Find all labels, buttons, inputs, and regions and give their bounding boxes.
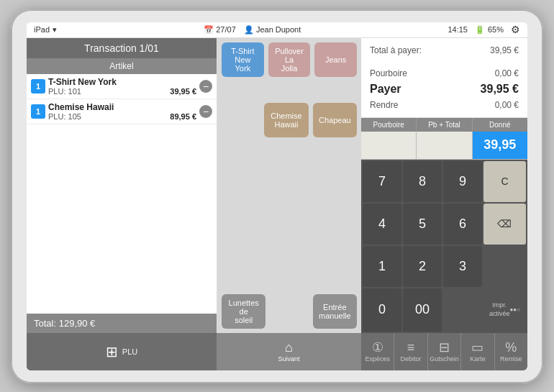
calendar-icon: 📅 (204, 25, 214, 34)
status-bar: iPad ▾ 📅 27/07 👤 Jean Dupont 14:15 🔋 65%… (27, 22, 527, 38)
total-label: Total: (34, 318, 56, 329)
remise-label: Remise (500, 355, 522, 363)
payer-row: Payer 39,95 € (370, 80, 519, 99)
num-7[interactable]: 7 (363, 161, 401, 202)
item-name-2: Chemise Hawaii (48, 102, 196, 112)
display-donne[interactable]: 39,95 (473, 132, 527, 159)
especes-icon: ① (372, 341, 383, 354)
num-print[interactable]: Impr.activée●●○ (483, 288, 526, 332)
plu-jeans[interactable]: Jeans (314, 42, 357, 77)
num-backspace[interactable]: ⌫ (483, 204, 526, 245)
num-2[interactable]: 2 (403, 246, 442, 287)
item-list: 1 T-Shirt New York PLU: 101 39,95 € − 1 (27, 74, 217, 314)
ipad-screen: iPad ▾ 📅 27/07 👤 Jean Dupont 14:15 🔋 65%… (27, 22, 527, 370)
battery-icon: 🔋 (475, 25, 485, 35)
time-display: 14:15 (448, 25, 468, 34)
num-3[interactable]: 3 (443, 246, 482, 287)
nav-suivant[interactable]: ⌂ Suivant (217, 333, 360, 370)
left-footer: Total: 129,90 € (27, 314, 217, 333)
plu-label: PLU (122, 347, 137, 356)
total-value: 129,90 € (59, 318, 96, 329)
num-empty-r4 (443, 288, 482, 332)
item-qty-2: 1 (31, 104, 45, 119)
nav-especes[interactable]: ① Espèces (361, 333, 394, 370)
middle-panel: T-Shirt NewYork Pullover LaJolla Jeans C… (217, 38, 361, 333)
item-remove-2[interactable]: − (199, 105, 212, 118)
nav-remise[interactable]: % Remise (495, 333, 527, 370)
plu-lunettes[interactable]: Lunettes desoleil (222, 294, 265, 329)
plu-chapeau[interactable]: Chapeau (313, 103, 357, 137)
plu-row-1: T-Shirt NewYork Pullover LaJolla Jeans (222, 42, 357, 77)
suivant-icon: ⌂ (285, 341, 293, 354)
item-details-2: Chemise Hawaii PLU: 105 89,95 € (48, 102, 196, 121)
karte-label: Karte (470, 355, 486, 363)
right-panel: Total à payer: 39,95 € Pourboire 0,00 € … (361, 38, 527, 333)
left-panel: Transaction 1/01 Artikel 1 T-Shirt New Y… (27, 38, 217, 333)
item-price-1: 39,95 € (170, 87, 196, 96)
pourboire-row: Pourboire 0,00 € (370, 67, 519, 80)
item-remove-1[interactable]: − (199, 80, 212, 93)
artikel-label: Artikel (109, 61, 133, 71)
device-label: iPad (34, 25, 50, 34)
numpad-display: 39,95 (361, 132, 527, 160)
num-double-zero[interactable]: 00 (403, 288, 442, 332)
plu-chemise-hawaii[interactable]: ChemiseHawaii (264, 103, 308, 137)
num-4[interactable]: 4 (363, 204, 401, 245)
total-a-payer-row: Total à payer: 39,95 € (370, 44, 519, 57)
date-display: 27/07 (216, 25, 236, 34)
total-a-payer-label: Total à payer: (370, 45, 422, 55)
num-1[interactable]: 1 (363, 246, 401, 287)
pourboire-value: 0,00 € (495, 68, 519, 78)
wifi-icon: ▾ (53, 25, 57, 35)
item-qty-1: 1 (31, 79, 45, 94)
suivant-label: Suivant (278, 355, 299, 363)
plu-icon: ⊞ (106, 343, 118, 360)
num-8[interactable]: 8 (403, 161, 442, 202)
item-name-1: T-Shirt New York (48, 77, 196, 87)
artikel-header: Artikel (27, 58, 217, 74)
nav-plu[interactable]: ⊞ PLU (27, 333, 217, 370)
num-9[interactable]: 9 (443, 161, 482, 202)
especes-label: Espèces (365, 355, 390, 363)
numpad-header: Pourboire Pb + Total Donné (361, 118, 527, 132)
item-details-1: T-Shirt New York PLU: 101 39,95 € (48, 77, 196, 96)
gutschein-label: Gutschein (430, 355, 459, 363)
num-clear[interactable]: C (483, 161, 526, 202)
plu-pullover-la-jolla[interactable]: Pullover LaJolla (268, 42, 311, 77)
rendre-value: 0,00 € (495, 100, 519, 110)
numpad-header-donne: Donné (473, 118, 527, 132)
plu-row-2: ChemiseHawaii Chapeau (222, 103, 357, 137)
numpad-header-pourboire: Pourboire (361, 118, 417, 132)
main-area: Transaction 1/01 Artikel 1 T-Shirt New Y… (27, 38, 527, 333)
display-pourboire[interactable] (361, 132, 417, 159)
item-price-2: 89,95 € (170, 112, 196, 121)
debitor-label: Debitor (401, 355, 422, 363)
numpad-header-pb-total: Pb + Total (417, 118, 472, 132)
item-plu-1: PLU: 101 (48, 87, 81, 96)
numpad-grid: 7 8 9 C 4 5 6 ⌫ 1 2 3 0 00 Impr.activée●… (361, 160, 527, 333)
num-0[interactable]: 0 (363, 288, 401, 332)
debitor-icon: ≡ (407, 341, 415, 354)
num-6[interactable]: 6 (443, 204, 482, 245)
payer-label: Payer (370, 83, 401, 96)
display-pb-total[interactable] (417, 132, 472, 159)
bottom-nav: ⊞ PLU ⌂ Suivant ① Espèces ≡ Debitor (27, 333, 527, 370)
status-left: iPad ▾ (34, 25, 57, 35)
nav-karte[interactable]: ▭ Karte (461, 333, 494, 370)
rendre-row: Rendre 0,00 € (370, 99, 519, 111)
table-row[interactable]: 1 T-Shirt New York PLU: 101 39,95 € − (27, 74, 217, 99)
plu-tshirt-new-york[interactable]: T-Shirt NewYork (222, 42, 264, 77)
plu-entree-manuelle[interactable]: Entréemanuelle (313, 294, 357, 329)
transaction-header: Transaction 1/01 (27, 38, 217, 58)
status-center: 📅 27/07 👤 Jean Dupont (204, 25, 301, 35)
settings-icon[interactable]: ⚙ (511, 24, 520, 35)
table-row[interactable]: 1 Chemise Hawaii PLU: 105 89,95 € − (27, 99, 217, 124)
num-empty-r3 (483, 246, 526, 287)
num-5[interactable]: 5 (403, 204, 442, 245)
gutschein-icon: ⊟ (439, 341, 450, 354)
nav-debitor[interactable]: ≡ Debitor (394, 333, 427, 370)
battery-level: 65% (488, 25, 504, 34)
item-plu-price-1: PLU: 101 39,95 € (48, 87, 196, 96)
plu-row-3: Lunettes desoleil Entréemanuelle (222, 294, 357, 329)
nav-gutschein[interactable]: ⊟ Gutschein (428, 333, 461, 370)
